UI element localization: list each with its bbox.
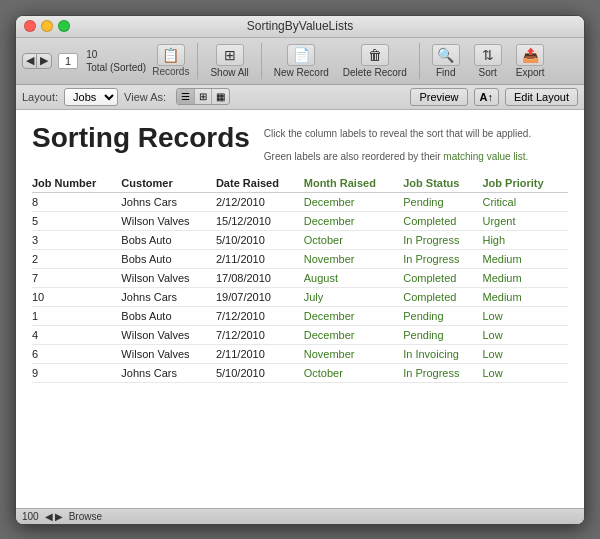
cell-job_status: In Progress [403,249,482,268]
at-button[interactable]: A↑ [474,88,499,106]
show-all-icon: ⊞ [216,44,244,66]
export-button[interactable]: 📤 Export [512,42,549,80]
cell-job_number: 10 [32,287,121,306]
layout-selector[interactable]: Jobs [64,88,118,106]
cell-customer: Wilson Valves [121,325,216,344]
new-record-button[interactable]: 📄 New Record [270,42,333,80]
cell-job_status: In Progress [403,363,482,382]
nav-controls: ◀ ▶ [22,53,52,69]
subtitle-line2: Green labels are also reordered by their… [264,151,531,162]
cell-month_raised: December [304,325,403,344]
cell-month_raised: October [304,363,403,382]
cell-job_priority: Low [482,363,568,382]
col-header-job-status[interactable]: Job Status [403,174,482,193]
cell-date_raised: 19/07/2010 [216,287,304,306]
cell-customer: Bobs Auto [121,230,216,249]
cell-job_status: In Invoicing [403,344,482,363]
cell-customer: Wilson Valves [121,344,216,363]
cell-job_number: 5 [32,211,121,230]
toolbar: ◀ ▶ 1 10 Total (Sorted) 📋 Records ⊞ Show… [16,38,584,85]
nav-back-button[interactable]: ◀ [23,54,37,68]
subtitle-green-text: matching value list. [443,151,528,162]
total-count: 10 [86,48,146,61]
scroll-right-icon[interactable]: ▶ [55,511,63,522]
cell-job_number: 8 [32,192,121,211]
cell-date_raised: 5/10/2010 [216,230,304,249]
record-counter: 1 [58,53,78,69]
subtitle-line1: Click the column labels to reveal the so… [264,128,531,139]
find-icon: 🔍 [432,44,460,66]
layout-bar: Layout: Jobs View As: ☰ ⊞ ▦ Preview A↑ E… [16,85,584,110]
cell-job_priority: Low [482,325,568,344]
traffic-lights [24,20,70,32]
cell-customer: Johns Cars [121,287,216,306]
find-button[interactable]: 🔍 Find [428,42,464,80]
cell-job_status: Pending [403,325,482,344]
maximize-button[interactable] [58,20,70,32]
cell-date_raised: 17/08/2010 [216,268,304,287]
cell-customer: Johns Cars [121,363,216,382]
cell-date_raised: 5/10/2010 [216,363,304,382]
cell-job_number: 6 [32,344,121,363]
subtitle-line2-text: Green labels are also reordered by their [264,151,444,162]
records-section: 📋 Records [152,44,189,77]
cell-date_raised: 2/12/2010 [216,192,304,211]
col-header-job-number[interactable]: Job Number [32,174,121,193]
current-record-field[interactable]: 1 [58,53,78,69]
cell-job_status: Completed [403,287,482,306]
view-as-controls: ☰ ⊞ ▦ [176,88,230,105]
sort-button[interactable]: ⇅ Sort [470,42,506,80]
table-row: 7Wilson Valves17/08/2010AugustCompletedM… [32,268,568,287]
titlebar: SortingByValueLists [16,16,584,38]
table-body: 8Johns Cars2/12/2010DecemberPendingCriti… [32,192,568,382]
delete-record-icon: 🗑 [361,44,389,66]
toolbar-divider-3 [419,43,420,79]
col-header-month-raised[interactable]: Month Raised [304,174,403,193]
cell-customer: Wilson Valves [121,211,216,230]
col-header-date-raised[interactable]: Date Raised [216,174,304,193]
cell-job_number: 4 [32,325,121,344]
cell-month_raised: November [304,249,403,268]
statusbar: 100 ◀ ▶ Browse [16,508,584,524]
show-all-button[interactable]: ⊞ Show All [206,42,252,80]
total-sorted-label: Total (Sorted) [86,61,146,74]
zoom-level: 100 [22,511,39,522]
col-header-customer[interactable]: Customer [121,174,216,193]
page-header: Sorting Records Click the column labels … [32,122,568,174]
toolbar-divider-1 [197,43,198,79]
close-button[interactable] [24,20,36,32]
preview-button[interactable]: Preview [410,88,467,106]
table-row: 1Bobs Auto7/12/2010DecemberPendingLow [32,306,568,325]
cell-job_number: 3 [32,230,121,249]
cell-job_status: Pending [403,192,482,211]
view-icon-button[interactable]: ⊞ [195,89,212,104]
cell-job_priority: Critical [482,192,568,211]
cell-job_priority: High [482,230,568,249]
cell-customer: Johns Cars [121,192,216,211]
edit-layout-button[interactable]: Edit Layout [505,88,578,106]
cell-job_number: 7 [32,268,121,287]
cell-job_status: Completed [403,268,482,287]
cell-month_raised: December [304,211,403,230]
table-header: Job Number Customer Date Raised Month Ra… [32,174,568,193]
minimize-button[interactable] [41,20,53,32]
total-count-display: 10 Total (Sorted) [86,48,146,74]
content-area: Sorting Records Click the column labels … [16,110,584,508]
cell-date_raised: 7/12/2010 [216,306,304,325]
table-row: 4Wilson Valves7/12/2010DecemberPendingLo… [32,325,568,344]
cell-job_number: 9 [32,363,121,382]
cell-job_number: 1 [32,306,121,325]
cell-date_raised: 2/11/2010 [216,344,304,363]
new-record-icon: 📄 [287,44,315,66]
table-row: 8Johns Cars2/12/2010DecemberPendingCriti… [32,192,568,211]
cell-job_priority: Medium [482,268,568,287]
scroll-left-icon[interactable]: ◀ [45,511,53,522]
cell-job_status: In Progress [403,230,482,249]
col-header-job-priority[interactable]: Job Priority [482,174,568,193]
subtitle-container: Click the column labels to reveal the so… [260,128,531,174]
cell-job_priority: Low [482,344,568,363]
delete-record-button[interactable]: 🗑 Delete Record [339,42,411,80]
nav-forward-button[interactable]: ▶ [37,54,51,68]
view-list-button[interactable]: ☰ [177,89,195,104]
view-table-button[interactable]: ▦ [212,89,229,104]
